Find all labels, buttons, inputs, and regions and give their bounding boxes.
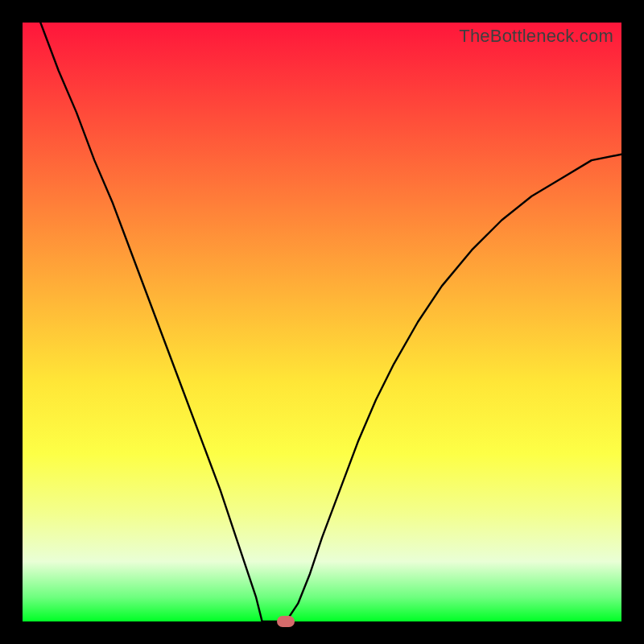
plot-area: TheBottleneck.com bbox=[23, 23, 621, 621]
bottleneck-curve bbox=[23, 23, 621, 621]
minimum-marker bbox=[277, 616, 295, 627]
chart-frame: TheBottleneck.com bbox=[0, 0, 644, 644]
